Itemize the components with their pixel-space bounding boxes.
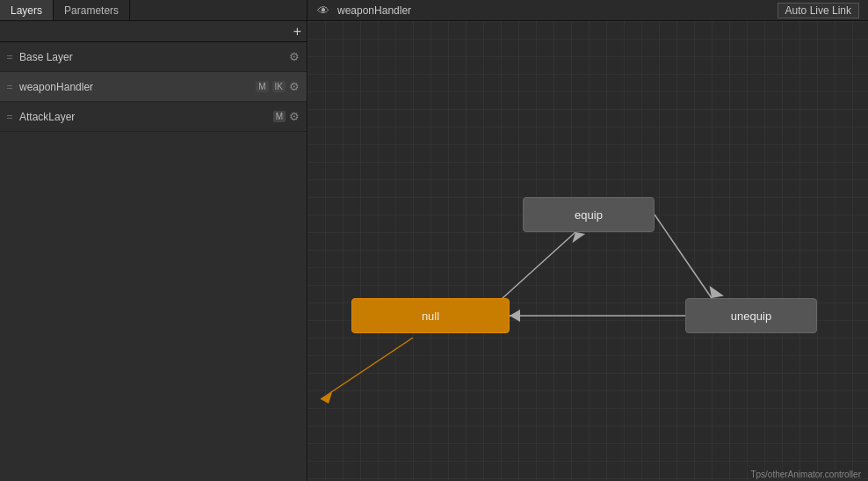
top-bar: Layers Parameters 👁 weaponHandler Auto L… [0,0,868,21]
node-equip[interactable]: equip [523,197,655,232]
gear-icon-attack[interactable]: ⚙ [289,110,300,123]
svg-line-6 [321,338,413,399]
badge-m-weapon: M [256,81,268,92]
gear-icon-base[interactable]: ⚙ [289,50,300,63]
node-unequip-label: unequip [731,310,771,323]
layer-item-attack[interactable]: AttackLayer M ⚙ [0,102,307,132]
layer-badges-weapon: M IK [256,81,286,92]
node-null-label: null [422,310,439,323]
svg-line-2 [655,215,712,298]
node-null[interactable]: null [351,298,510,333]
node-unequip[interactable]: unequip [685,298,817,333]
badge-ik-weapon: IK [272,81,286,92]
drag-handle-weapon [7,85,14,89]
layer-item-base[interactable]: Base Layer ⚙ [0,42,307,72]
layer-name-weapon: weaponHandler [19,81,256,93]
tab-layers[interactable]: Layers [0,0,54,20]
tab-layers-label: Layers [11,4,42,17]
graph-area[interactable]: equip null unequip Tps/otherAnimator.con… [307,21,868,481]
svg-marker-5 [510,310,520,322]
badge-m-attack: M [273,111,286,122]
graph-connections [307,21,868,481]
layer-item-weapon[interactable]: weaponHandler M IK ⚙ [0,72,307,102]
tab-bar: Layers Parameters [0,0,307,20]
layer-badges-attack: M [273,111,286,122]
main-content: + Base Layer ⚙ weaponHandler M IK ⚙ [0,21,868,481]
node-equip-label: equip [575,208,603,222]
layer-toolbar: + [0,21,307,42]
tab-parameters[interactable]: Parameters [54,0,130,20]
breadcrumb: weaponHandler [337,4,411,17]
svg-marker-7 [321,392,332,404]
tab-parameters-label: Parameters [64,4,119,17]
add-layer-button[interactable]: + [293,25,301,39]
graph-header: 👁 weaponHandler [307,4,769,18]
status-bar-text: Tps/otherAnimator.controller [750,470,861,479]
drag-handle [7,55,14,59]
left-panel: + Base Layer ⚙ weaponHandler M IK ⚙ [0,21,307,481]
layer-name-base: Base Layer [19,51,286,63]
visibility-icon[interactable]: 👁 [316,4,330,18]
layer-name-attack: AttackLayer [19,111,273,123]
gear-icon-weapon[interactable]: ⚙ [289,80,300,93]
status-bar: Tps/otherAnimator.controller [743,468,868,481]
auto-live-link-button[interactable]: Auto Live Link [778,3,859,18]
toolbar-right: Auto Live Link [769,3,868,18]
drag-handle-attack [7,115,14,119]
